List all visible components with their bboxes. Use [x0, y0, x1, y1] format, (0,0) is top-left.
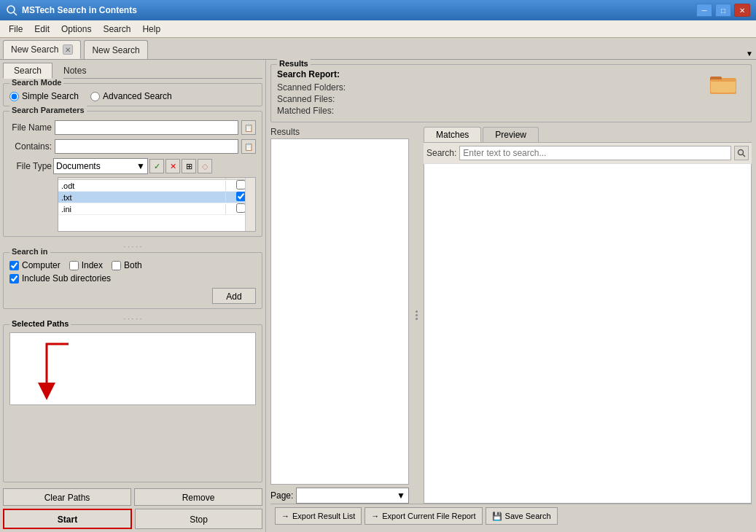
file-type-cancel-button[interactable]: ✕: [165, 159, 180, 173]
file-type-list: .odt .txt .ini: [58, 177, 256, 232]
search-report-label: Search Report:: [277, 69, 745, 79]
clear-paths-button[interactable]: Clear Paths: [3, 488, 131, 506]
left-panel: Search Notes Search Mode Simple Search A…: [0, 60, 266, 532]
matches-tab[interactable]: Matches: [424, 127, 481, 142]
panel-divider[interactable]: [413, 127, 419, 504]
results-list-label: Results: [270, 127, 409, 137]
file-type-combo[interactable]: Documents ▼: [53, 158, 148, 174]
ini-checkbox[interactable]: [236, 203, 246, 213]
folder-icon: [710, 72, 736, 94]
matches-search-label: Search:: [426, 148, 456, 158]
start-button[interactable]: Start: [3, 509, 132, 529]
advanced-search-option[interactable]: Advanced Search: [90, 91, 172, 101]
both-option[interactable]: Both: [112, 260, 142, 270]
computer-checkbox[interactable]: [9, 261, 19, 270]
file-type-grid-button[interactable]: ⊞: [182, 159, 196, 173]
matches-search-input[interactable]: [459, 146, 731, 160]
file-name-input[interactable]: [55, 120, 238, 135]
computer-option[interactable]: Computer: [9, 260, 61, 270]
search-mode-options: Simple Search Advanced Search: [9, 91, 256, 101]
menu-search[interactable]: Search: [97, 23, 136, 36]
results-list-box[interactable]: [270, 138, 409, 485]
matches-tabs: Matches Preview: [424, 127, 752, 143]
selected-paths-section: Selected Paths: [3, 324, 262, 482]
menu-options[interactable]: Options: [55, 23, 97, 36]
subdirs-checkbox[interactable]: [9, 274, 19, 283]
maximize-button[interactable]: □: [715, 4, 731, 17]
subtab-search[interactable]: Search: [3, 63, 52, 79]
file-type-label: File Type: [9, 161, 52, 171]
search-params-section: Search Parameters File Name 📋 Contains: …: [3, 111, 262, 237]
index-checkbox[interactable]: [69, 261, 79, 270]
file-type-odt[interactable]: .odt: [58, 180, 255, 192]
file-name-browse-button[interactable]: 📋: [241, 120, 256, 135]
save-search-button[interactable]: 💾 Save Search: [486, 507, 558, 525]
export-result-icon: →: [281, 512, 289, 520]
window-title: MSTech Search in Contents: [22, 5, 696, 15]
right-panel: Results Search Report: Scanned Folders: …: [266, 60, 756, 532]
contains-browse-button[interactable]: 📋: [241, 139, 256, 154]
matches-content: [424, 164, 752, 504]
txt-checkbox[interactable]: [236, 192, 246, 201]
file-type-settings-button[interactable]: ◇: [198, 159, 212, 173]
tab-close-button[interactable]: ✕: [63, 44, 73, 55]
file-name-label: File Name: [9, 122, 52, 133]
export-file-report-button[interactable]: → Export Current File Report: [365, 507, 482, 525]
tab-new-search-1[interactable]: New Search ✕: [3, 40, 81, 59]
simple-search-option[interactable]: Simple Search: [9, 91, 79, 101]
tab-bar: New Search ✕ New Search ▼: [0, 38, 756, 60]
tab-dropdown-button[interactable]: ▼: [744, 48, 755, 59]
add-button[interactable]: Add: [212, 288, 256, 304]
app-icon: [6, 4, 17, 16]
remove-button[interactable]: Remove: [134, 488, 262, 506]
both-checkbox[interactable]: [112, 261, 121, 270]
file-list-scrollbar[interactable]: [245, 178, 255, 231]
svg-rect-7: [711, 79, 736, 82]
sub-tabs: Search Notes: [3, 63, 262, 79]
contains-input[interactable]: [55, 139, 238, 154]
svg-point-0: [7, 6, 15, 13]
matched-files-row: Matched Files:: [277, 106, 745, 116]
menu-edit[interactable]: Edit: [28, 23, 55, 36]
svg-point-8: [739, 150, 744, 155]
matches-preview-section: Matches Preview Search:: [424, 127, 752, 504]
main-layout: Search Notes Search Mode Simple Search A…: [0, 60, 756, 532]
file-type-ini[interactable]: .ini: [58, 203, 255, 215]
svg-line-1: [14, 12, 17, 15]
odt-checkbox[interactable]: [236, 180, 246, 189]
index-option[interactable]: Index: [69, 260, 103, 270]
search-in-section: Search in Computer Index Both Include Su…: [3, 252, 262, 309]
window-controls: ─ □ ✕: [696, 4, 750, 17]
minimize-button[interactable]: ─: [696, 4, 712, 17]
page-combo[interactable]: ▼: [296, 488, 409, 504]
contains-row: Contains: 📋: [9, 139, 256, 154]
file-type-txt[interactable]: .txt: [58, 192, 255, 203]
menu-help[interactable]: Help: [136, 23, 166, 36]
file-type-ok-button[interactable]: ✓: [149, 159, 164, 173]
menu-file[interactable]: File: [3, 23, 28, 36]
start-stop-buttons: Start Stop: [3, 509, 262, 529]
svg-line-9: [743, 154, 745, 157]
subtab-notes[interactable]: Notes: [52, 63, 97, 78]
scanned-folders-row: Scanned Folders:: [277, 82, 745, 93]
tab-new-search-2[interactable]: New Search: [84, 40, 147, 59]
export-result-button[interactable]: → Export Result List: [275, 507, 362, 525]
close-button[interactable]: ✕: [734, 4, 750, 17]
stop-button[interactable]: Stop: [135, 509, 262, 529]
arrow-indicator: [32, 340, 83, 405]
search-in-title: Search in: [9, 247, 50, 256]
bottom-toolbar: → Export Result List → Export Current Fi…: [270, 504, 752, 528]
page-label: Page:: [270, 490, 293, 501]
paths-list[interactable]: [9, 332, 256, 405]
simple-search-radio[interactable]: [9, 92, 19, 101]
results-preview-area: Results Page: ▼ Matches: [270, 127, 752, 504]
preview-tab[interactable]: Preview: [483, 127, 539, 142]
clear-remove-buttons: Clear Paths Remove: [3, 485, 262, 509]
advanced-search-radio[interactable]: [90, 92, 100, 101]
search-mode-title: Search Mode: [9, 78, 63, 87]
matches-search-button[interactable]: [734, 146, 749, 160]
subdirs-label: Include Sub directories: [22, 273, 111, 283]
results-section: Results Search Report: Scanned Folders: …: [270, 64, 752, 122]
search-mode-section: Search Mode Simple Search Advanced Searc…: [3, 83, 262, 106]
menu-bar: File Edit Options Search Help: [0, 20, 756, 38]
